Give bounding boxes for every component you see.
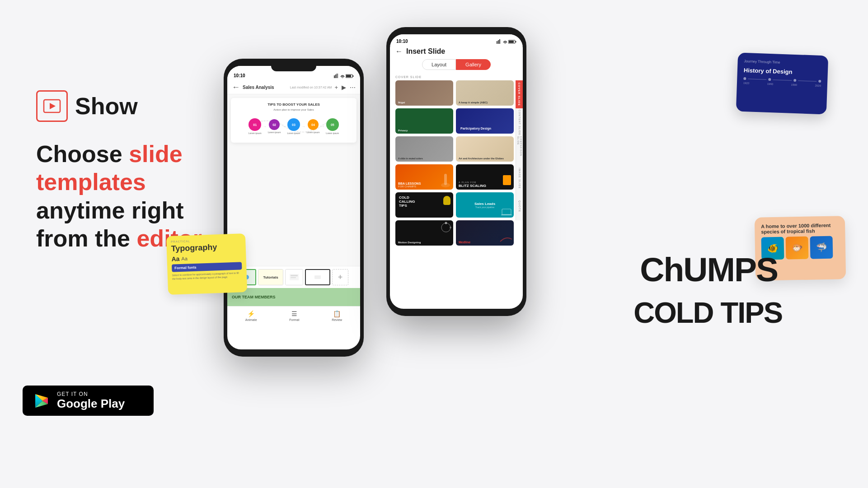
phone1-toolbar: ← Sales Analysis Last modified on 10:37:… [227,81,360,94]
svg-rect-14 [291,275,298,276]
slide-title: TIPS TO BOOST YOUR SALES [235,102,352,107]
timeline-line-2 [773,79,792,80]
svg-rect-18 [497,41,497,44]
phone1-modified-text: Last modified on 10:37:42 AM [290,86,332,89]
svg-rect-2 [334,75,335,78]
play-icon[interactable]: ▶ [342,84,346,91]
timeline-dot-3 [793,79,796,82]
phone1-signal-icons [334,74,354,78]
quote-grid: COLD CALLING TIPS Sales Leads Track your… [390,192,523,220]
comparison-slide-section: COMPARISON SLIDE A slide in muted colors… [390,136,523,164]
thumb-add-button[interactable]: + [332,269,348,285]
phone1-back-button[interactable]: ← [232,83,240,92]
review-tab[interactable]: 📋 Review [332,310,342,321]
svg-marker-1 [50,103,56,109]
slide-label-1: Ikigai [398,101,405,104]
content-slide-side-label: CONTENT SLIDE [516,108,523,136]
get-it-on-label: GET IT ON [57,391,125,397]
animate-label: Animate [245,318,257,321]
svg-point-31 [450,227,451,228]
image-slide-section: IMAGE SLIDE BBA LESSONS FOR CHAMPS [390,164,523,192]
timeline-line-1 [748,79,766,79]
thumb-2[interactable]: Tutorials [258,269,283,285]
slide-thumb-1[interactable]: Ikigai [395,80,453,106]
gallery-tab[interactable]: Gallery [456,59,491,70]
svg-rect-3 [335,74,336,78]
bubble-4: 04 [308,119,319,130]
flow-item-1: 01 Lorem ipsum [249,118,262,135]
svg-rect-20 [499,39,500,44]
svg-point-6 [342,77,343,78]
slide-thumb-4[interactable]: Participatory Design [456,108,514,134]
google-play-button[interactable]: GET IT ON Google Play [23,386,154,416]
slide-thumb-9[interactable]: COLD CALLING TIPS [395,192,453,218]
fish-card-title: A home to over 1000 different species of… [761,223,839,235]
svg-rect-9 [346,75,351,77]
phone1-bottom-nav: ⚡ Animate ☰ Format 📋 Review [227,306,360,325]
svg-rect-26 [444,174,447,185]
slide-thumb-5[interactable]: A slide in muted colors [395,136,453,162]
svg-rect-4 [337,74,338,78]
fish-img-3: 🦈 [810,236,833,259]
team-members-label: OUR TEAM MEMBERS [232,295,276,299]
typography-content: PRACTICAL Typography Aa Aa Formal fonts … [171,238,242,281]
slide-thumb-7[interactable]: BBA LESSONS FOR CHAMPS [395,164,453,190]
format-label: Format [289,318,299,321]
phone2-title: Insert Slide [406,47,517,56]
thumb-empty-selected[interactable] [305,269,330,285]
svg-rect-23 [516,41,516,42]
svg-rect-28 [501,214,512,215]
svg-rect-8 [353,75,354,77]
quote-side-label: QUOTE [516,192,523,220]
cover-slide-section: COVER SLIDE COVER SLIDE Ikigai A keep it… [390,74,523,248]
svg-rect-15 [291,277,296,278]
slide-thumb-6[interactable]: Art and Architecture under the Globes [456,136,514,162]
animate-tab[interactable]: ⚡ Animate [245,310,257,321]
slide-thumb-2[interactable]: A keep it simple (ABC) [456,80,514,106]
fish-img-2: 🐡 [786,237,809,260]
animate-icon: ⚡ [247,310,255,317]
cover-slide-grid: Ikigai A keep it simple (ABC) [390,80,523,108]
phone1-notch [271,66,316,71]
svg-rect-5 [338,74,339,78]
typography-body-text: Select to combine for approximately a pa… [172,271,242,281]
slide-thumb-11[interactable]: Motion Designing [395,220,453,246]
timeline-dot-4 [818,80,821,83]
phone1-device: 10:10 ← Sales Analysis Last modified on … [224,59,364,357]
svg-rect-17 [314,275,321,279]
phone1-slide-preview: TIPS TO BOOST YOUR SALES Action plan to … [231,98,357,143]
google-play-text: GET IT ON Google Play [57,391,125,410]
bubble-text-5: Lorem ipsum [326,132,339,135]
phone2-header: ← Insert Slide [390,46,523,59]
champs-big-text: ChUMPS [640,253,778,287]
image-slide-side-label: IMAGE SLIDE [516,164,523,192]
phone2-tab-row: Layout Gallery [390,59,523,74]
share-icon[interactable]: ⋯ [350,84,356,91]
image-slide-grid: BBA LESSONS FOR CHAMPS A plan for [390,164,523,192]
last-row-grid: Motion Designing Medline [390,220,523,248]
slide-thumb-10[interactable]: Sales Leads Track your pipeline [456,192,514,218]
bubble-text-3: Lorem ipsum [287,132,300,135]
logo-text: Show [75,93,138,120]
quote-section: QUOTE COLD CALLING TIPS [390,192,523,220]
content-slide-grid: Privacy Participatory Design [390,108,523,136]
flow-item-4: 04 Lorem ipsum [306,119,319,134]
slide-thumb-12[interactable]: Medline [456,220,514,246]
format-tab[interactable]: ☰ Format [289,310,299,321]
layout-tab[interactable]: Layout [422,59,456,70]
slide-grid-wrapper: COVER SLIDE Ikigai A keep it simple (ABC… [390,80,523,108]
cold-tips-big-text: COLD TIPS [633,298,782,327]
slide-label-11: Motion Designing [398,241,421,244]
phone1-thumbnail-strip[interactable]: Tutorials + [227,266,360,288]
comparison-slide-side-label: COMPARISON SLIDE [516,136,523,164]
thumb-3[interactable] [285,269,303,285]
add-icon[interactable]: + [334,84,338,91]
slide-thumb-3[interactable]: Privacy [395,108,453,134]
champs-text-area: ChUMPS [640,253,778,287]
bubble-1: 01 [249,118,261,131]
slide-thumb-8[interactable]: A plan for BLITZ SCALING [456,164,514,190]
year-labels: 1920 1960 1990 2020 [743,82,821,87]
flow-item-2: 02 Lorem ipsum [268,119,281,134]
phone2-back-button[interactable]: ← [395,47,403,56]
phone1-time: 10:10 [234,73,245,78]
